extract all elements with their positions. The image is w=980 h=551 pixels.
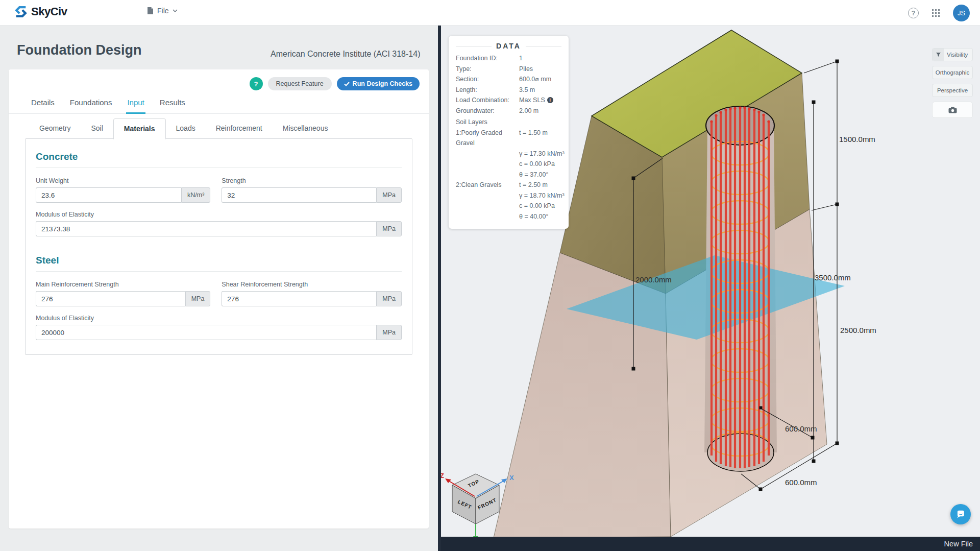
unit-weight-input[interactable] [36, 187, 181, 203]
soil-layer-2: 2:Clean Gravels t = 2.50 m [456, 180, 561, 190]
soil-layer-2-prop: θ = 40.00° [456, 211, 561, 222]
tab-foundations[interactable]: Foundations [69, 93, 113, 114]
chat-icon [955, 509, 966, 520]
orthographic-button[interactable]: Orthographic [932, 66, 973, 79]
axis-x-label: X [509, 474, 514, 482]
row-label: Length: [456, 85, 519, 95]
brand-name: SkyCiv [31, 5, 67, 18]
subtab-reinforcement[interactable]: Reinforcement [206, 118, 273, 139]
dim-2500-label: 2500.0mm [840, 326, 876, 334]
steel-modulus-unit: MPa [376, 325, 402, 340]
divider [456, 46, 492, 46]
subtab-soil[interactable]: Soil [81, 118, 113, 139]
layer-cohesion: c = 0.00 kPa [519, 159, 561, 170]
shear-reinf-label: Shear Reinforcement Strength [222, 281, 402, 288]
data-row-type: Type: Piles [456, 64, 561, 75]
data-row-load-combination: Load Combination: Max SLSi [456, 95, 561, 106]
tab-results[interactable]: Results [159, 93, 186, 114]
data-row-groundwater: Groundwater: 2.00 m [456, 106, 561, 116]
layer-name: 2:Clean Gravels [456, 180, 519, 190]
concrete-modulus-label: Modulus of Elasticity [36, 211, 402, 218]
layer-gamma: γ = 17.30 kN/m³ [519, 149, 565, 159]
soil-layer-2-prop: γ = 18.70 kN/m³ [456, 190, 561, 201]
check-icon [344, 82, 350, 86]
filter-icon [933, 49, 944, 61]
row-value: 2.00 m [519, 106, 561, 116]
run-design-checks-button[interactable]: Run Design Checks [337, 77, 420, 90]
shear-reinf-field: Shear Reinforcement Strength MPa [222, 281, 402, 306]
layer-gamma: γ = 18.70 kN/m³ [519, 190, 565, 201]
file-menu[interactable]: File [147, 7, 178, 15]
concrete-modulus-field: Modulus of Elasticity MPa [36, 211, 402, 236]
help-glyph: ? [912, 9, 916, 17]
soil-layers-heading: Soil Layers [456, 117, 561, 128]
skyciv-app: SkyCiv File ? JS Founda [0, 0, 980, 551]
row-value: Piles [519, 64, 561, 75]
steel-heading: Steel [36, 244, 402, 272]
visibility-label: Visibility [947, 52, 968, 58]
page-title: Foundation Design [17, 42, 141, 58]
camera-icon [948, 107, 957, 113]
main-reinf-field: Main Reinforcement Strength MPa [36, 281, 210, 306]
apps-grid-icon[interactable] [932, 9, 940, 17]
soil-layer-1-prop: θ = 37.00° [456, 170, 561, 180]
unit-weight-label: Unit Weight [36, 177, 210, 184]
question-icon: ? [254, 80, 258, 88]
chat-button[interactable] [950, 504, 971, 524]
strength-unit: MPa [376, 187, 402, 203]
left-panel: Foundation Design American Concrete Inst… [0, 26, 438, 551]
request-feature-button[interactable]: Request Feature [268, 77, 332, 90]
data-row-length: Length: 3.5 m [456, 85, 561, 95]
dim-1500-label: 1500.0mm [839, 135, 875, 143]
main-tabs: Details Foundations Input Results [9, 93, 429, 114]
soil-layer-1-prop: c = 0.00 kPa [456, 159, 561, 170]
main-reinf-input[interactable] [36, 291, 185, 306]
subtab-geometry[interactable]: Geometry [29, 118, 81, 139]
layer-thickness: t = 1.50 m [519, 128, 561, 149]
subtab-materials[interactable]: Materials [113, 118, 166, 139]
unit-weight-field: Unit Weight kN/m³ [36, 177, 210, 203]
strength-input[interactable] [222, 187, 376, 203]
top-navbar: SkyCiv File ? JS [0, 0, 980, 26]
divider [526, 46, 561, 46]
tab-input[interactable]: Input [126, 93, 145, 114]
new-file-button[interactable]: New File [944, 540, 973, 548]
skyciv-logo-icon [14, 5, 28, 18]
row-label: Section: [456, 74, 519, 85]
shear-reinf-input[interactable] [222, 291, 376, 306]
row-label: Type: [456, 64, 519, 75]
layer-cohesion: c = 0.00 kPa [519, 201, 561, 211]
dim-600-top-label: 600.0mm [785, 424, 817, 433]
row-label: Groundwater: [456, 106, 519, 116]
materials-form: Concrete Unit Weight kN/m³ Strength M [25, 138, 412, 355]
concrete-modulus-input[interactable] [36, 221, 376, 236]
info-icon[interactable]: i [547, 97, 553, 103]
card-help-button[interactable]: ? [250, 77, 263, 90]
data-row-foundation-id: Foundation ID: 1 [456, 53, 561, 64]
file-icon [147, 7, 154, 15]
main-reinf-label: Main Reinforcement Strength [36, 281, 210, 288]
avatar[interactable]: JS [953, 5, 970, 21]
subtab-miscellaneous[interactable]: Miscellaneous [273, 118, 338, 139]
run-checks-label: Run Design Checks [353, 80, 412, 87]
file-menu-label: File [157, 7, 169, 15]
perspective-button[interactable]: Perspective [932, 84, 973, 97]
viewport-panel: 1500.0mm 2500.0mm 3500.0mm 2000.0mm 600.… [438, 26, 980, 551]
main-card: ? Request Feature Run Design Checks Deta… [9, 69, 429, 529]
dim-600-bottom-label: 600.0mm [785, 478, 817, 487]
help-icon[interactable]: ? [908, 8, 919, 18]
tab-details[interactable]: Details [30, 93, 56, 114]
screenshot-button[interactable] [932, 102, 973, 118]
subtab-loads[interactable]: Loads [166, 118, 206, 139]
steel-modulus-input[interactable] [36, 325, 376, 340]
visibility-button[interactable]: Visibility [932, 48, 973, 61]
chevron-down-icon [173, 9, 178, 12]
input-subtabs: Geometry Soil Materials Loads Reinforcem… [29, 118, 338, 139]
row-label: Foundation ID: [456, 53, 519, 64]
unit-weight-unit: kN/m³ [181, 187, 210, 203]
steel-modulus-field: Modulus of Elasticity MPa [36, 315, 402, 340]
soil-layer-2-prop: c = 0.00 kPa [456, 201, 561, 211]
steel-modulus-label: Modulus of Elasticity [36, 315, 402, 322]
concrete-modulus-unit: MPa [376, 221, 402, 236]
skyciv-logo[interactable]: SkyCiv [14, 5, 67, 18]
